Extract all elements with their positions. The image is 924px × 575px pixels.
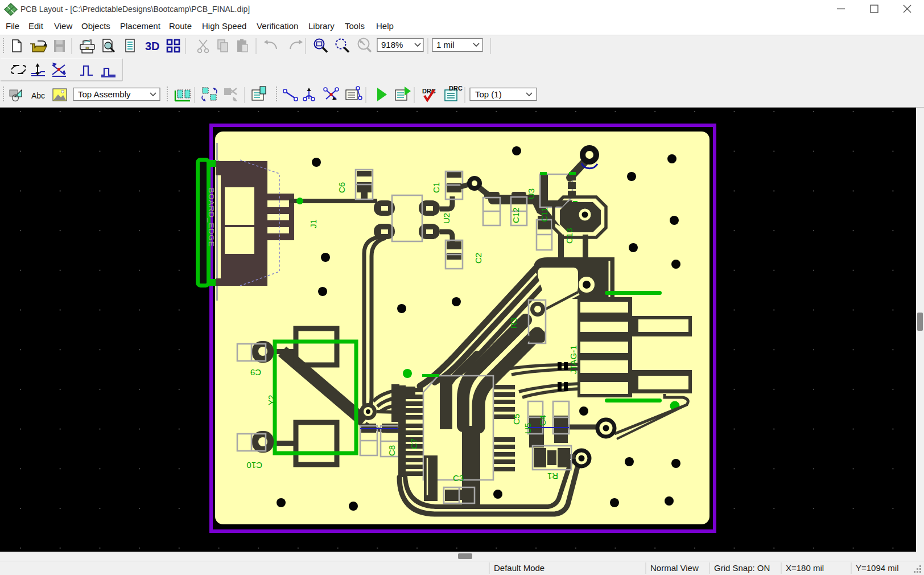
svg-text:JTAG-1: JTAG-1 xyxy=(568,345,578,374)
svg-text:R3: R3 xyxy=(509,318,518,328)
svg-text:Placement: Placement xyxy=(120,21,161,31)
svg-text:Top (1): Top (1) xyxy=(475,89,502,99)
svg-text:PCB Layout - [C:\PredictableDe: PCB Layout - [C:\PredictableDesigns\Boot… xyxy=(20,5,250,14)
svg-text:1 mil: 1 mil xyxy=(436,40,455,50)
svg-text:C1: C1 xyxy=(431,182,441,193)
svg-text:Normal View: Normal View xyxy=(650,563,699,573)
svg-text:C10: C10 xyxy=(246,461,262,470)
svg-text:C7: C7 xyxy=(409,438,419,449)
svg-text:DRC: DRC xyxy=(449,85,463,92)
svg-text:Help: Help xyxy=(376,21,394,31)
svg-text:C2: C2 xyxy=(473,253,483,264)
svg-text:File: File xyxy=(6,21,19,31)
svg-text:918%: 918% xyxy=(381,40,403,50)
svg-text:Abc: Abc xyxy=(31,91,45,100)
svg-text:U2: U2 xyxy=(442,213,451,224)
svg-text:J1: J1 xyxy=(308,219,318,228)
svg-text:High Speed: High Speed xyxy=(202,21,246,31)
svg-text:X=180 mil: X=180 mil xyxy=(786,563,824,573)
svg-text:Y=1094 mil: Y=1094 mil xyxy=(856,563,898,573)
svg-text:C9: C9 xyxy=(250,368,261,377)
svg-text:View: View xyxy=(54,21,72,31)
svg-text:C5: C5 xyxy=(512,414,521,425)
svg-text:C8: C8 xyxy=(387,445,397,456)
svg-text:Default Mode: Default Mode xyxy=(494,563,544,573)
svg-text:Tools: Tools xyxy=(345,21,365,31)
svg-text:Objects: Objects xyxy=(81,21,110,31)
svg-text:C12: C12 xyxy=(511,207,521,223)
svg-text:C6: C6 xyxy=(337,182,346,193)
svg-text:3D: 3D xyxy=(145,40,160,52)
svg-text:Verification: Verification xyxy=(257,21,298,31)
svg-text:BOARD_EDGE: BOARD_EDGE xyxy=(207,188,216,247)
svg-text:U3: U3 xyxy=(526,188,536,199)
svg-text:R1: R1 xyxy=(547,471,558,481)
svg-text:Y2: Y2 xyxy=(266,395,276,405)
svg-text:Grid Snap: ON: Grid Snap: ON xyxy=(714,563,770,573)
svg-text:C4: C4 xyxy=(538,415,547,426)
svg-text:Top Assembly: Top Assembly xyxy=(78,89,131,99)
svg-text:Edit: Edit xyxy=(28,21,44,31)
svg-text:Route: Route xyxy=(169,21,192,31)
svg-text:C3: C3 xyxy=(453,473,464,483)
svg-text:C13: C13 xyxy=(564,228,574,244)
svg-text:C11: C11 xyxy=(539,207,549,222)
svg-text:U5: U5 xyxy=(523,423,533,434)
svg-text:Library: Library xyxy=(308,21,335,31)
